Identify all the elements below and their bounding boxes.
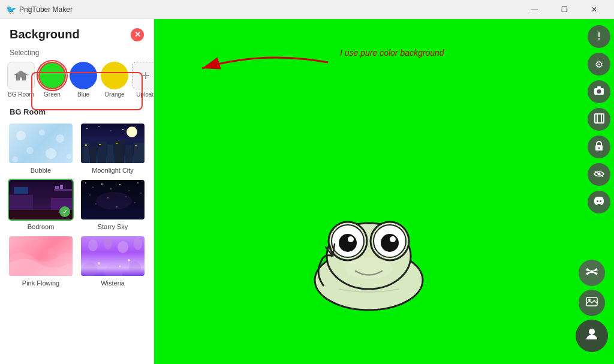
- settings-button[interactable]: ⚙: [588, 53, 610, 76]
- bg-label-wisteria: Wisteria: [101, 279, 125, 287]
- annotation-text: I use pure color background: [340, 48, 444, 58]
- svg-point-48: [22, 243, 32, 253]
- svg-point-54: [83, 262, 97, 276]
- swatch-bg-room[interactable]: BG Room: [7, 62, 35, 98]
- svg-point-71: [345, 257, 393, 279]
- svg-point-68: [381, 234, 399, 252]
- svg-point-12: [127, 127, 137, 137]
- svg-point-33: [85, 182, 86, 183]
- svg-point-4: [46, 148, 56, 159]
- svg-point-0: [16, 131, 26, 140]
- swatch-upload-label: Upload: [136, 91, 154, 98]
- svg-point-36: [110, 188, 111, 189]
- svg-point-3: [26, 147, 34, 154]
- bow-icon: [585, 267, 598, 279]
- orange-swatch-circle: [101, 62, 128, 89]
- svg-point-43: [140, 192, 141, 193]
- svg-point-37: [119, 184, 121, 185]
- blue-swatch-circle: [70, 62, 97, 89]
- bg-item-pink-flowing[interactable]: Pink Flowing: [7, 235, 74, 287]
- bg-item-bedroom[interactable]: ✓ Bedroom: [7, 179, 74, 230]
- maximize-button[interactable]: ❐: [550, 0, 578, 19]
- green-swatch-circle: [38, 62, 66, 89]
- window-close-button[interactable]: ✕: [580, 0, 608, 19]
- resize-button[interactable]: [588, 108, 610, 131]
- bg-label-pink-flowing: Pink Flowing: [22, 279, 59, 287]
- avatar-button[interactable]: [576, 320, 608, 352]
- accessories-button[interactable]: [579, 260, 605, 286]
- bg-thumb-starry: [80, 179, 146, 221]
- camera-button[interactable]: [588, 80, 610, 103]
- swatch-bg-room-label: BG Room: [8, 91, 34, 98]
- titlebar-icon: 🐦: [6, 5, 16, 14]
- svg-rect-19: [125, 145, 133, 164]
- frog-character: [291, 196, 447, 316]
- titlebar-title: PngTuber Maker: [19, 5, 520, 14]
- sidebar-header: Background ✕: [0, 19, 154, 46]
- svg-point-70: [390, 236, 396, 242]
- svg-point-50: [88, 239, 98, 251]
- bg-thumb-bedroom: ✓: [8, 179, 74, 221]
- bg-label-bedroom: Bedroom: [28, 223, 55, 230]
- discord-icon: [594, 197, 604, 207]
- svg-rect-21: [85, 145, 87, 146]
- bottom-right-buttons: [576, 260, 608, 352]
- bg-thumb-bubble: [8, 122, 74, 164]
- lock-icon: [595, 141, 603, 154]
- svg-point-69: [348, 236, 354, 242]
- svg-point-87: [589, 329, 595, 335]
- svg-point-53: [134, 237, 142, 250]
- bg-room-icon: [7, 62, 35, 89]
- sidebar: Background ✕ Selecting BG Room Green: [0, 19, 154, 364]
- swatch-upload[interactable]: + Upload: [132, 62, 154, 98]
- canvas-area: I use pure color background: [154, 19, 614, 364]
- bg-thumb-moonlight: [80, 122, 146, 164]
- bg-label-starry-sky: Starry Sky: [98, 223, 128, 230]
- svg-point-40: [90, 195, 91, 195]
- svg-point-5: [67, 154, 71, 159]
- svg-point-67: [339, 234, 357, 252]
- bg-grid: Bubble: [0, 122, 154, 294]
- svg-rect-28: [14, 187, 28, 194]
- image-button[interactable]: [579, 290, 605, 316]
- lock-button[interactable]: [588, 136, 610, 158]
- svg-rect-22: [99, 144, 101, 145]
- svg-point-7: [86, 128, 88, 129]
- image-icon: [586, 297, 598, 309]
- swatch-orange[interactable]: Orange: [101, 62, 128, 98]
- svg-point-56: [129, 261, 141, 273]
- svg-point-46: [135, 203, 136, 203]
- swatch-green[interactable]: Green: [38, 62, 66, 98]
- visibility-button[interactable]: [588, 163, 610, 186]
- svg-rect-14: [84, 143, 89, 164]
- sidebar-close-button[interactable]: ✕: [131, 28, 144, 41]
- svg-point-39: [137, 182, 139, 183]
- camera-icon: [594, 86, 604, 98]
- swatch-green-label: Green: [44, 91, 61, 98]
- svg-point-11: [110, 130, 111, 131]
- svg-point-59: [128, 259, 130, 261]
- svg-rect-32: [60, 185, 63, 189]
- frog-svg: [291, 196, 447, 316]
- minimize-button[interactable]: —: [520, 0, 548, 19]
- swatch-blue-label: Blue: [77, 91, 89, 98]
- info-button[interactable]: !: [588, 25, 610, 48]
- titlebar-controls: — ❐ ✕: [520, 0, 608, 19]
- discord-button[interactable]: [588, 191, 610, 213]
- bg-thumb-pink: [8, 235, 74, 277]
- svg-rect-75: [595, 114, 604, 123]
- svg-point-8: [98, 126, 100, 127]
- svg-point-52: [118, 241, 128, 253]
- bg-room-section-label: BG Room: [0, 105, 154, 122]
- selecting-label: Selecting: [0, 46, 154, 62]
- bg-item-wisteria[interactable]: Wisteria: [79, 235, 146, 287]
- svg-rect-26: [9, 195, 33, 210]
- swatch-blue[interactable]: Blue: [70, 62, 97, 98]
- svg-point-58: [119, 266, 121, 267]
- bg-item-moonlight-city[interactable]: Moonlight City: [79, 122, 146, 174]
- svg-point-79: [598, 147, 600, 149]
- svg-point-84: [591, 270, 594, 273]
- bg-item-starry-sky[interactable]: Starry Sky: [79, 179, 146, 230]
- svg-point-47: [96, 192, 132, 210]
- bg-item-bubble[interactable]: Bubble: [7, 122, 74, 174]
